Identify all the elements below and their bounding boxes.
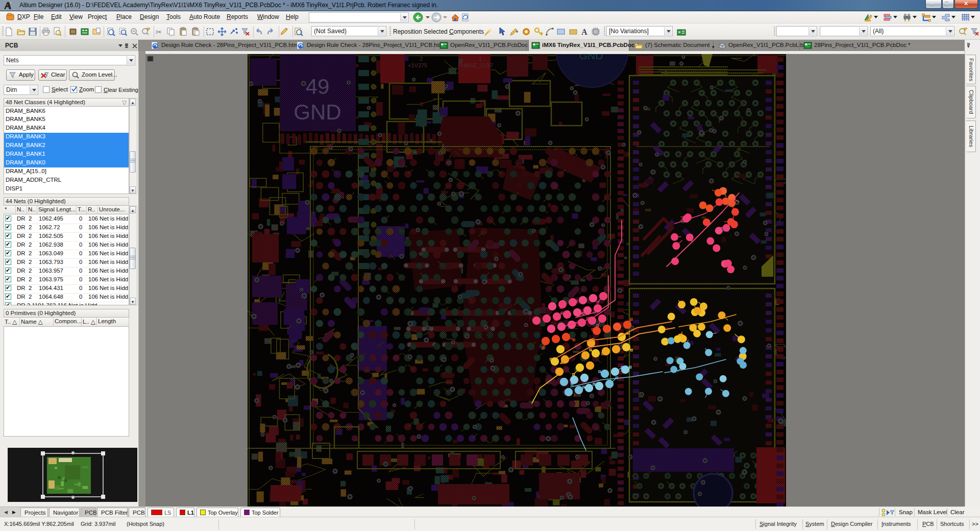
- svg-text:✂: ✂: [156, 28, 162, 36]
- svg-text:A: A: [581, 28, 587, 36]
